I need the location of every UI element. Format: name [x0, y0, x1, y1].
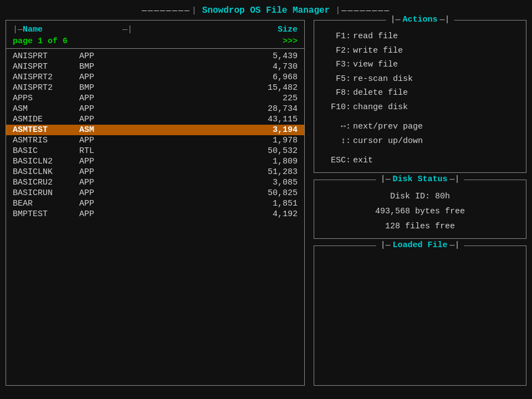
action-key: F8:	[323, 86, 351, 100]
file-name: ASMTEST	[13, 125, 79, 135]
file-panel: |— Name —| Size page 1 of 6 >>> ANISPRTA…	[6, 20, 305, 386]
file-name: BASICRUN	[13, 188, 79, 198]
file-ext: RTL	[79, 146, 112, 156]
action-desc: change disk	[353, 100, 408, 115]
action-item: F1:read file	[323, 29, 517, 44]
file-name: BASICLNK	[13, 167, 79, 177]
file-row[interactable]: BMPTESTAPP4,192	[6, 209, 304, 219]
file-name: BASICRU2	[13, 178, 79, 187]
action-key: F10:	[323, 100, 351, 115]
file-row[interactable]: ASMTESTASM3,194	[6, 125, 304, 135]
actions-panel-title: |— Actions —|	[386, 15, 454, 24]
file-size: 50,825	[112, 188, 298, 198]
file-row[interactable]: BASICRTL50,532	[6, 146, 304, 156]
file-row[interactable]: BASICRUNAPP50,825	[6, 188, 304, 198]
file-row[interactable]: APPSAPP225	[6, 93, 304, 104]
action-key: F1:	[323, 29, 351, 44]
disk-id: Disk ID: 80h	[323, 189, 517, 204]
screen: ———————— | Snowdrop OS File Manager | ——…	[0, 0, 532, 399]
files-free: 128 files free	[323, 219, 517, 234]
file-row[interactable]: ASMTRISAPP1,978	[6, 135, 304, 146]
file-row[interactable]: ANISPRTBMP4,730	[6, 62, 304, 72]
header-separator	[6, 48, 304, 49]
file-ext: BMP	[79, 83, 112, 93]
action-key: F3:	[323, 58, 351, 72]
loaded-file-title: |— Loaded File —|	[376, 241, 464, 250]
page-info: page 1 of 6	[13, 37, 68, 46]
bracket-name-left: |—	[13, 25, 23, 34]
file-name: ASMTRIS	[13, 136, 79, 145]
file-ext: APP	[79, 115, 112, 124]
column-headers: |— Name —| Size	[6, 23, 304, 35]
col-name-header: Name	[23, 25, 122, 34]
file-ext: APP	[79, 94, 112, 103]
file-row[interactable]: BASICLNKAPP51,283	[6, 167, 304, 177]
action-desc: write file	[353, 44, 403, 58]
file-size: 1,851	[112, 199, 298, 208]
file-ext: APP	[79, 167, 112, 177]
file-row[interactable]: BEARAPP1,851	[6, 198, 304, 209]
page-nav-row: page 1 of 6 >>>	[6, 35, 304, 48]
file-row[interactable]: ASMAPP28,734	[6, 104, 304, 114]
file-name: ASM	[13, 104, 79, 114]
action-desc: exit	[353, 154, 373, 168]
action-item: F8:delete file	[323, 86, 517, 100]
action-key: F5:	[323, 72, 351, 86]
action-item: F10:change disk	[323, 100, 517, 115]
app-title: Snowdrop OS File Manager	[198, 6, 334, 16]
file-ext: APP	[79, 136, 112, 145]
actions-panel: |— Actions —| F1:read fileF2:write fileF…	[314, 20, 526, 173]
file-size: 50,532	[112, 146, 298, 156]
disk-status-panel: |— Disk Status —| Disk ID: 80h 493,568 b…	[314, 180, 526, 239]
file-size: 4,192	[112, 209, 298, 219]
file-size: 225	[112, 94, 298, 103]
file-name: BASIC	[13, 146, 79, 156]
file-name: BEAR	[13, 199, 79, 208]
title-dash-left: ————————	[142, 6, 191, 16]
file-row[interactable]: ANISPRTAPP5,439	[6, 51, 304, 62]
file-ext: APP	[79, 199, 112, 208]
action-item: ESC:exit	[323, 154, 517, 168]
action-item: F2:write file	[323, 44, 517, 58]
file-ext: APP	[79, 157, 112, 166]
file-row[interactable]: ANISPRT2BMP15,482	[6, 83, 304, 93]
file-ext: ASM	[79, 125, 112, 135]
file-name: ANISPRT	[13, 62, 79, 71]
action-desc: re-scan disk	[353, 72, 413, 86]
file-size: 3,085	[112, 178, 298, 187]
file-size: 28,734	[112, 104, 298, 114]
file-name: BASICLN2	[13, 157, 79, 166]
file-name: ANISPRT2	[13, 73, 79, 82]
file-ext: APP	[79, 209, 112, 219]
file-list: ANISPRTAPP5,439ANISPRTBMP4,730ANISPRT2AP…	[6, 51, 304, 219]
file-name: APPS	[13, 94, 79, 103]
next-arrows: >>>	[283, 37, 298, 46]
action-desc: cursor up/down	[353, 134, 423, 149]
action-desc: delete file	[353, 86, 408, 100]
bytes-free: 493,568 bytes free	[323, 204, 517, 219]
title-bar: ———————— | Snowdrop OS File Manager | ——…	[6, 6, 526, 16]
file-row[interactable]: BASICRU2APP3,085	[6, 177, 304, 188]
col-size-header: Size	[253, 25, 298, 34]
action-desc: read file	[353, 29, 398, 44]
action-item: F5:re-scan disk	[323, 72, 517, 86]
title-dash-right: ————————	[341, 6, 390, 16]
file-size: 1,809	[112, 157, 298, 166]
file-name: BMPTEST	[13, 209, 79, 219]
actions-gap	[323, 114, 517, 120]
action-key: F2:	[323, 44, 351, 58]
title-bracket-left: |	[192, 6, 197, 16]
file-row[interactable]: BASICLN2APP1,809	[6, 156, 304, 167]
action-item: ↕:cursor up/down	[323, 134, 517, 149]
file-size: 51,283	[112, 167, 298, 177]
file-size: 1,978	[112, 136, 298, 145]
action-item: ↔:next/prev page	[323, 120, 517, 134]
file-row[interactable]: ANISPRT2APP6,968	[6, 72, 304, 83]
title-bracket-right: |	[335, 6, 340, 16]
disk-content: Disk ID: 80h 493,568 bytes free 128 file…	[323, 189, 517, 234]
action-item: F3:view file	[323, 58, 517, 72]
bracket-name-right: —|	[122, 25, 132, 34]
file-row[interactable]: ASMIDEAPP43,115	[6, 114, 304, 125]
file-size: 5,439	[112, 52, 298, 61]
loaded-file-content	[323, 255, 517, 277]
